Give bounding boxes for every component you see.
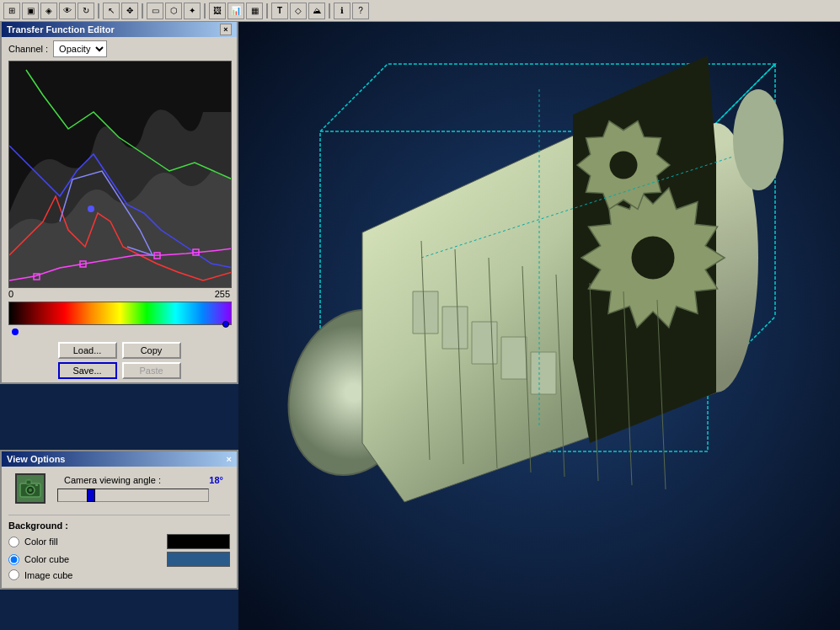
toolbar-separator-4 <box>266 3 268 19</box>
bg-option-color-cube-row: Color cube <box>8 552 230 567</box>
channel-select[interactable]: Opacity Red Green Blue Alpha <box>53 40 107 57</box>
toolbar-separator-1 <box>98 3 99 19</box>
slider-row <box>57 487 230 510</box>
camera-icon <box>15 473 45 504</box>
camera-angle-value: 18° <box>209 475 223 485</box>
color-point-marker <box>12 328 19 335</box>
camera-angle-slider[interactable] <box>57 489 209 502</box>
background-label: Background : <box>8 521 230 531</box>
bg-option-color-fill-row: Color fill <box>8 534 230 549</box>
toolbar-icon-T[interactable]: T <box>271 3 288 19</box>
bg-image-cube-radio[interactable] <box>8 569 19 580</box>
channel-row: Channel : Opacity Red Green Blue Alpha <box>2 37 237 61</box>
svg-point-5 <box>88 206 94 212</box>
view-options-title: View Options <box>7 454 65 464</box>
divider <box>8 515 230 515</box>
toolbar-separator-5 <box>329 3 330 19</box>
toolbar-icon-rotate[interactable]: ↻ <box>78 3 94 19</box>
bg-color-fill-label: Color fill <box>24 537 162 547</box>
tf-curves-svg <box>9 61 232 288</box>
tf-canvas[interactable] <box>8 61 232 288</box>
camera-viewing-label: Camera viewing angle : <box>64 475 206 485</box>
tf-buttons-row: Load... Copy <box>2 337 237 362</box>
toolbar-icon-wand[interactable]: ✦ <box>184 3 201 19</box>
tf-editor-close-button[interactable]: × <box>220 24 232 35</box>
load-button[interactable]: Load... <box>58 342 117 359</box>
toolbar-icon-image[interactable]: 🖼 <box>209 3 226 19</box>
paste-button[interactable]: Paste <box>122 362 181 379</box>
bg-color-cube-radio[interactable] <box>8 554 19 565</box>
toolbar-icon-chart[interactable]: 📊 <box>227 3 244 19</box>
view-options-titlebar: View Options × <box>2 451 237 467</box>
toolbar-icon-select[interactable]: ▣ <box>22 3 39 19</box>
tf-buttons-row-2: Save... Paste <box>2 362 237 382</box>
svg-rect-10 <box>35 484 38 486</box>
toolbar-icon-rect[interactable]: ▭ <box>147 3 163 19</box>
camera-row: Camera viewing angle : 18° <box>57 470 230 487</box>
tf-range-min: 0 <box>8 289 13 299</box>
toolbar-icon-hand[interactable]: ✥ <box>121 3 138 19</box>
tf-range-max: 255 <box>215 289 230 299</box>
toolbar-icon-mountain[interactable]: ⛰ <box>308 3 325 19</box>
color-bar-marker <box>222 321 229 328</box>
view-options-panel: View Options × Camera viewing angle : 18… <box>0 450 238 590</box>
save-button[interactable]: Save... <box>58 362 117 379</box>
bg-option-image-cube-row: Image cube <box>8 569 230 580</box>
view-options-close-button[interactable]: × <box>227 454 232 464</box>
background-section: Background : Color fill Color cube Image… <box>2 517 237 588</box>
tf-editor-panel: Transfer Function Editor × Channel : Opa… <box>0 22 238 384</box>
channel-label: Channel : <box>8 44 48 54</box>
toolbar-icon-info[interactable]: ℹ <box>334 3 350 19</box>
toolbar-icon-cursor[interactable]: ↖ <box>103 3 120 19</box>
tf-editor-title: Transfer Function Editor <box>7 24 115 35</box>
toolbar-separator-2 <box>142 3 143 19</box>
toolbar-separator-3 <box>204 3 206 19</box>
toolbar-icon-eye[interactable]: 👁 <box>59 3 76 19</box>
toolbar-icon-diamond[interactable]: ◇ <box>290 3 307 19</box>
toolbar-icon-3d[interactable]: ◈ <box>40 3 57 19</box>
bg-color-cube-swatch[interactable] <box>167 552 230 567</box>
toolbar-icon-bar[interactable]: ▦ <box>246 3 263 19</box>
toolbar-icon-help[interactable]: ? <box>352 3 369 19</box>
tf-range-row: 0 255 <box>2 288 237 300</box>
svg-point-8 <box>29 489 32 492</box>
bg-color-fill-swatch[interactable] <box>167 534 230 549</box>
toolbar-icon-grid[interactable]: ⊞ <box>3 3 20 19</box>
bg-color-fill-radio[interactable] <box>8 537 19 547</box>
camera-icon-svg <box>19 477 42 500</box>
copy-button[interactable]: Copy <box>122 342 181 359</box>
color-gradient-bar[interactable] <box>8 302 232 325</box>
bg-color-cube-label: Color cube <box>24 554 162 564</box>
svg-rect-9 <box>26 480 31 484</box>
toolbar-icon-lasso[interactable]: ⬡ <box>165 3 182 19</box>
toolbar: ⊞ ▣ ◈ 👁 ↻ ↖ ✥ ▭ ⬡ ✦ 🖼 📊 ▦ T ◇ ⛰ ℹ ? <box>0 0 840 22</box>
bg-image-cube-label: Image cube <box>24 570 230 580</box>
tf-editor-titlebar: Transfer Function Editor × <box>2 22 237 37</box>
